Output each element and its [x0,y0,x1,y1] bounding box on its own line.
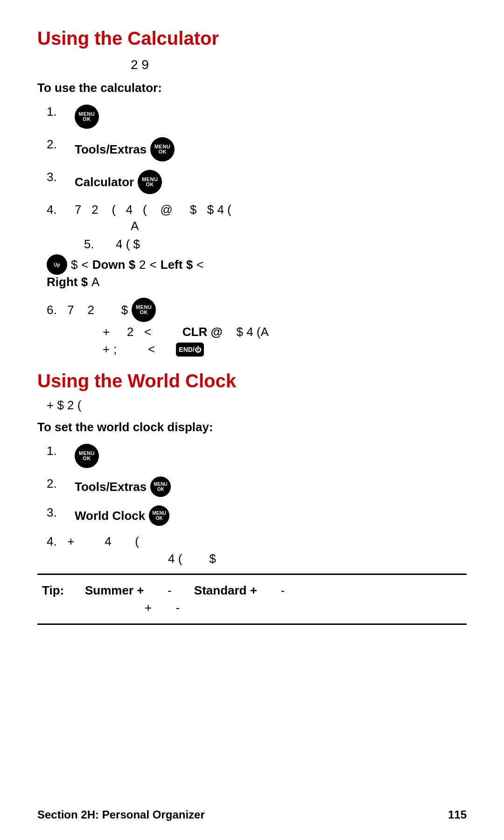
tip-plus: + [145,601,152,615]
step6-lt1: < [144,325,151,339]
wc-step-num-1: 1. [37,444,75,458]
wc-step-1-content: MENU OK [75,444,467,468]
calc-step-3: 3. Calculator MENU OK [37,170,467,194]
step-4-line1: 7 2 ( 4 ( @ $ $ 4 ( [75,203,467,217]
step5-n2: 2 [139,258,146,272]
worldclock-section-title: Using the World Clock [37,371,467,392]
clr-label: CLR @ [182,325,223,339]
left-label: Left $ [161,258,193,272]
footer: Section 2H: Personal Organizer 115 [37,808,467,821]
step-5-text: 4 ( $ [116,237,140,252]
step5-lt3: < [196,258,203,272]
wc-step-2: 2. Tools/Extras MENU OK [37,476,467,497]
step5-lt1: < [81,258,88,272]
step-num-1: 1. [37,105,75,119]
menu-ok-btn-3[interactable]: MENU OK [138,170,162,194]
step6-sp4 [159,342,172,357]
step-4-a: A [131,219,139,233]
wc-step-4-text2: 4 ( $ [168,552,216,566]
calculator-subtitle: 2 9 [37,57,467,72]
calculator-section-title: Using the Calculator [37,28,467,49]
wc-step-1: 1. MENU OK [37,444,467,468]
wc-step-4-row1: 4. + 4 ( [37,534,467,549]
menu-ok-btn-6[interactable]: MENU OK [132,298,156,322]
up-dollar: $ [71,258,77,272]
menu-ok-btn-2[interactable]: MENU OK [150,137,175,161]
menu-ok-btn-wc1[interactable]: MENU OK [75,444,99,468]
step-6-row3: + ; < END/⏻ [37,342,467,357]
step-2-content: Tools/Extras MENU OK [75,137,467,161]
calc-step-1: 1. MENU OK [37,105,467,129]
step6-plus2: + [103,342,110,357]
calc-step-6: 6. 7 2 $ MENU OK + 2 < CLR @ $ 4 (A + ; … [37,298,467,357]
tip-row2: + - [42,601,462,615]
step6-sp3 [120,342,144,357]
tip-row1: Tip: Summer + - Standard + - [42,583,462,598]
step-4-content: 7 2 ( 4 ( @ $ $ 4 ( A [75,203,467,233]
tip-summer: Summer + - [85,583,172,598]
calc-step-4: 4. 7 2 ( 4 ( @ $ $ 4 ( A [37,203,467,233]
wc-step-3-label: World Clock [75,509,145,523]
footer-right: 115 [448,808,467,821]
down-label: Down $ [92,258,135,272]
calc-step-5: 5. 4 ( $ Up $ < Down $ 2 < Left $ < Righ… [37,237,467,289]
step-1-content: MENU OK [75,105,467,129]
step6-semi: ; [113,342,117,357]
wc-step-4-text: + 4 ( [61,534,139,549]
wc-step-2-label: Tools/Extras [75,480,147,494]
step5-a: A [91,275,99,289]
wc-step-num-4: 4. [47,534,57,549]
wc-step-2-content: Tools/Extras MENU OK [75,476,467,497]
menu-ok-btn-wc3[interactable]: MENU OK [149,505,169,526]
calc-step-2: 2. Tools/Extras MENU OK [37,137,467,161]
step-4-text1: 7 2 ( 4 ( @ [75,203,173,217]
step-5-row2: Up $ < Down $ 2 < Left $ < [37,254,467,275]
step-num-2: 2. [37,137,75,152]
wc-step-4: 4. + 4 ( 4 ( $ [37,534,467,566]
step-3-label: Calculator [75,175,134,189]
step-3-content: Calculator MENU OK [75,170,467,194]
step5-lt2: < [150,258,157,272]
wc-step-3-content: World Clock MENU OK [75,505,467,526]
wc-step-3: 3. World Clock MENU OK [37,505,467,526]
step6-lt2: < [148,342,155,357]
calculator-intro: To use the calculator: [37,81,467,95]
step6-plus1: + [103,325,110,339]
menu-ok-btn-1[interactable]: MENU OK [75,105,99,129]
step-6-row1: 6. 7 2 $ MENU OK [37,298,467,322]
step-2-label: Tools/Extras [75,142,147,157]
step-num-4: 4. [37,203,75,217]
wc-step-4-row2: 4 ( $ [37,552,467,566]
page-content: Using the Calculator 2 9 To use the calc… [0,0,504,653]
step-4-dollar4: $ 4 ( [200,203,231,217]
tip-box: Tip: Summer + - Standard + - + - [37,574,467,625]
step-4-line2: A [75,219,467,233]
step6-sp2 [155,325,179,339]
end-btn[interactable]: END/⏻ [176,343,204,357]
step6-text: 7 2 $ [61,303,128,317]
tip-standard: Standard + - [177,583,285,598]
step6-sp: 2 [113,325,140,339]
wc-step-num-3: 3. [37,505,75,520]
step-4-dollar: $ [176,203,196,217]
step-5-row1: 5. 4 ( $ [37,237,467,252]
worldclock-intro-line: + $ 2 ( [37,398,467,413]
up-btn[interactable]: Up [47,254,67,275]
step-num-3: 3. [37,170,75,184]
footer-left: Section 2H: Personal Organizer [37,808,205,821]
menu-ok-btn-wc2[interactable]: MENU OK [150,476,171,497]
right-label: Right $ [47,275,88,289]
step-6-row2: + 2 < CLR @ $ 4 (A [37,325,467,339]
step6-clrval: $ 4 (A [226,325,269,339]
tip-dash: - [155,601,180,615]
tip-label: Tip: [42,583,79,598]
step-num-5: 5. [75,237,112,252]
step-num-6: 6. [47,303,57,317]
step-5-row3: Right $ A [37,275,467,289]
worldclock-intro: To set the world clock display: [37,420,467,434]
wc-step-num-2: 2. [37,476,75,491]
